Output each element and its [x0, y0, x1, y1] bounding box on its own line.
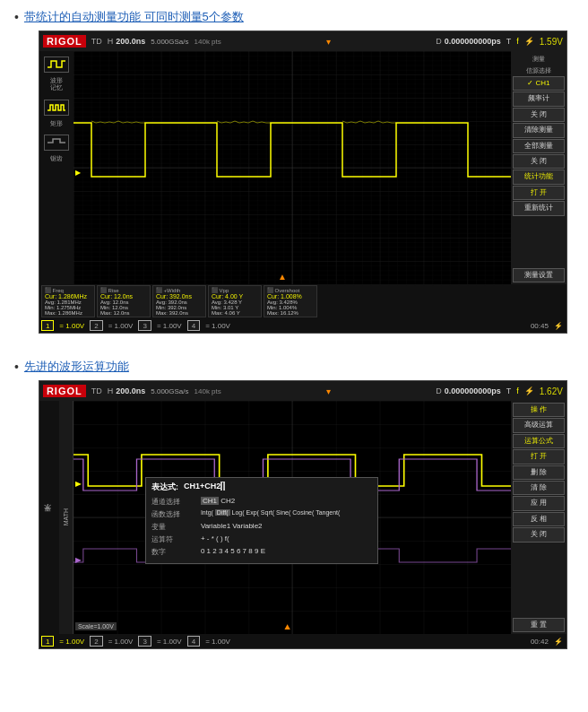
ch2-badge2: 2 — [90, 636, 102, 647]
sidebar-invert2[interactable]: 反 相 — [513, 512, 565, 526]
scope2-main: 水平 MATH — [39, 401, 566, 634]
ch4-badge2: 4 — [187, 636, 200, 647]
sidebar-freq-btn1[interactable]: 频率计 — [513, 91, 565, 106]
ch2-icon — [44, 100, 69, 116]
sidebar-reset2[interactable]: 重 置 — [513, 618, 565, 632]
trig-label1: D — [436, 37, 442, 46]
sidebar-adv-op2[interactable]: 高级运算 — [513, 418, 565, 432]
sidebar-op-btn2[interactable]: 操 作 — [513, 403, 565, 417]
svg-text:▲: ▲ — [278, 272, 287, 282]
sample-pts1: 140k pts — [195, 38, 221, 46]
ch1-icon — [44, 56, 69, 73]
math-scale-text: Scale=1.00V — [78, 623, 114, 630]
ch3-icon — [44, 135, 69, 151]
sidebar-measure-label1: 测量 — [513, 55, 565, 64]
waveform-label1: 波形记忆 — [50, 77, 63, 92]
trig-icon2: T — [506, 386, 512, 395]
scope2-chbar: 1 = 1.00V 2 = 1.00V 3 = 1.00V 4 = 1.00V … — [39, 634, 566, 648]
ch2-label-left1: 锯齿 — [50, 155, 63, 162]
popup-row-func: 函数选择 Intg( Diff( Log( Exp( Sqrt( Sine( C… — [151, 509, 372, 519]
svg-text:▶: ▶ — [75, 555, 82, 564]
scope1-sidebar[interactable]: 测量 信源选择 ✓ CH1 频率计 关 闭 清除测量 全部测量 关 闭 统计功能… — [511, 51, 566, 284]
sidebar-meas-set1[interactable]: 测量设置 — [513, 268, 565, 282]
sidebar-clear-meas1[interactable]: 清除测量 — [513, 123, 565, 137]
scope2-left-panel: 水平 — [39, 401, 59, 634]
ch4-scale2: = 1.00V — [205, 638, 230, 646]
mode-seg1: TD — [91, 37, 102, 46]
scope1: RIGOL TD H 200.0ns 5.000GSa/s 140k pts ▾ — [39, 30, 567, 334]
sidebar-formula-on2[interactable]: 打 开 — [513, 449, 565, 464]
meas-overshoot: ⬛ Overshoot Cur: 1.008% Avg: 3.428% Min:… — [264, 285, 317, 317]
sidebar-ch1-btn1[interactable]: ✓ CH1 — [513, 76, 565, 91]
scope2-sidebar[interactable]: 操 作 高级运算 运算公式 打 开 删 除 清 除 应 用 反 相 关 闭 重 … — [511, 401, 566, 634]
section2-title[interactable]: 先进的波形运算功能 — [24, 359, 567, 375]
ch3-badge2: 3 — [138, 636, 151, 647]
sidebar-delete2[interactable]: 删 除 — [513, 465, 565, 480]
sidebar-stat-on1[interactable]: 打 开 — [513, 186, 565, 200]
rigol-logo1: RIGOL — [43, 35, 86, 48]
sidebar-apply2[interactable]: 应 用 — [513, 496, 565, 510]
popup-num-label: 数字 — [151, 547, 201, 557]
ch2-scale2: = 1.00V — [108, 638, 134, 646]
ch3-scale2: = 1.00V — [157, 638, 182, 646]
section1-title[interactable]: 带统计的自动测量功能 可同时测量5个参数 — [24, 9, 567, 25]
meas-rise: ⬛ Rise Cur: 12.0ns Avg: 12.0ns Min: 12.0… — [97, 285, 151, 317]
sidebar-stat-func1[interactable]: 统计功能 — [513, 169, 565, 184]
ch1-scale2: = 1.00V — [59, 638, 84, 646]
popup-title-row: 表达式: CH1+CH2| — [151, 482, 372, 493]
scope2-topbar: RIGOL TD H 200.0ns 5.000GSa/s 140k pts ▾… — [39, 381, 566, 401]
ch1-indicator2: f — [516, 386, 519, 395]
tb-label2: H — [108, 386, 114, 395]
ch2-scale1: = 1.00V — [108, 322, 134, 330]
timebase-seg1: H 200.0ns — [108, 37, 146, 46]
meas-freq: ⬛ Freq Cur: 1.286MHz Avg: 1.281MHz Min: … — [41, 285, 95, 317]
math-label-text: MATH — [63, 508, 69, 525]
sidebar-source-label1: 信源选择 — [513, 66, 565, 75]
ch3-badge1: 3 — [138, 320, 151, 331]
sidebar-all-off1[interactable]: 关 闭 — [513, 154, 565, 169]
sidebar-freq-off1[interactable]: 关 闭 — [513, 108, 565, 122]
ch1-badge1: 1 — [41, 320, 54, 331]
sample-rate1: 5.000GSa/s — [151, 38, 188, 46]
popup-num-val: 0 1 2 3 4 5 6 7 8 9 E — [201, 547, 265, 555]
trig-val2: 0.000000000ps — [445, 386, 501, 395]
popup-op-val: + - * ( ) f( — [201, 534, 229, 543]
sidebar-all-meas1[interactable]: 全部测量 — [513, 139, 565, 153]
trigger-marker2: ▾ — [227, 386, 430, 396]
lightning1: ⚡ — [524, 37, 534, 46]
math-popup: 表达式: CH1+CH2| 通道选择 CH1 CH2 函数选择 — [145, 477, 378, 564]
scope2-grid: ▶ ▶ ▲ 表达式: CH1+CH2| 通道选择 — [74, 401, 511, 634]
popup-ch-val: CH1 CH2 — [201, 497, 235, 505]
bullet2: • — [14, 360, 19, 374]
scope1-chbar: 1 = 1.00V 2 = 1.00V 3 = 1.00V 4 = 1.00V … — [39, 318, 566, 333]
popup-title-val: CH1+CH2| — [184, 482, 225, 493]
scope1-main: 波形记忆 矩形 锯齿 — [39, 51, 566, 284]
sample-rate2: 5.000GSa/s — [151, 387, 188, 395]
timebase-seg2: H 200.0ns — [108, 386, 146, 395]
ch3-scale1: = 1.00V — [157, 322, 182, 330]
scope1-left: 波形记忆 矩形 锯齿 — [39, 51, 74, 284]
section2: • 先进的波形运算功能 RIGOL TD H 200.0ns 5.000GSa/… — [14, 359, 574, 665]
sidebar-invert-off2[interactable]: 关 闭 — [513, 527, 565, 542]
svg-text:▶: ▶ — [75, 479, 82, 488]
sidebar-restat1[interactable]: 重新统计 — [513, 201, 565, 215]
svg-text:▶: ▶ — [75, 169, 82, 177]
power-icon2: ⚡ — [554, 638, 563, 646]
sidebar-clear2[interactable]: 清 除 — [513, 481, 565, 495]
popup-op-label: 运算符 — [151, 534, 201, 544]
meas-width: ⬛ +Width Cur: 392.0ns Avg: 392.0ns Min: … — [152, 285, 206, 317]
ch1-badge2: 1 — [41, 636, 54, 647]
svg-text:▲: ▲ — [282, 621, 292, 631]
bullet1: • — [14, 10, 19, 24]
popup-ch-label: 通道选择 — [151, 497, 201, 507]
tb-val1: 200.0ns — [116, 37, 145, 46]
popup-func-label: 函数选择 — [151, 509, 201, 519]
scope1-measurements: ⬛ Freq Cur: 1.286MHz Avg: 1.281MHz Min: … — [39, 284, 566, 318]
trigger-seg1: D 0.000000000ps — [436, 37, 501, 46]
meas-vpp: ⬛ Vpp Cur: 4.00 Y Avg: 3.428 Y Min: 3.01… — [208, 285, 262, 317]
ch1-label-left1: 矩形 — [50, 120, 63, 127]
sidebar-formula2[interactable]: 运算公式 — [513, 434, 565, 448]
tb-val2: 200.0ns — [116, 386, 145, 395]
scope1-grid: ▶ ▲ — [74, 51, 511, 284]
trig-label2: D — [436, 386, 442, 395]
